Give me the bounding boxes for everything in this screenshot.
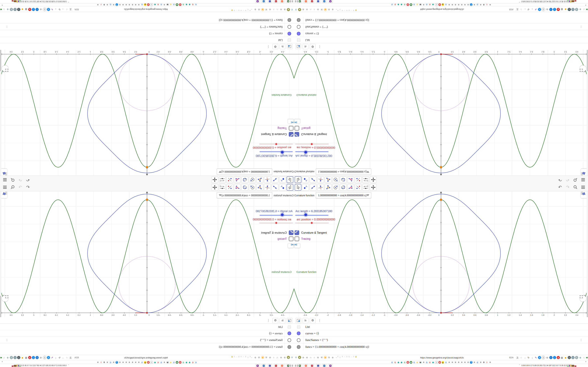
tab-favicon[interactable]: G — [173, 361, 175, 364]
tab-favicon[interactable]: ✱ — [464, 3, 466, 6]
radio-dot-icon[interactable]: ⊙ — [337, 9, 339, 11]
scrollbar-thumb[interactable] — [0, 50, 1, 71]
tab-favicon[interactable]: G — [413, 3, 415, 6]
tab-favicon[interactable]: ✱ — [460, 361, 463, 364]
perpendicular-line-tool-button[interactable] — [317, 176, 324, 183]
line-tool-button[interactable] — [272, 176, 278, 183]
collapse-icon[interactable]: − — [288, 325, 291, 328]
undo-icon[interactable]: ↶ — [26, 185, 30, 190]
visibility-marble[interactable] — [297, 332, 301, 335]
plus-icon[interactable]: + — [35, 8, 39, 11]
pen-icon[interactable]: ✎ — [51, 8, 54, 11]
tab-favicon[interactable]: G — [157, 3, 159, 6]
algebra-row-curves[interactable]: curves = {} — [294, 330, 588, 337]
algebra-row-funcNames[interactable]: funcNames = {" "} ⋮ — [294, 337, 588, 344]
tab-favicon[interactable]: ✱ — [448, 361, 450, 364]
globe-icon[interactable]: ⊕ — [305, 8, 309, 11]
diamond-icon[interactable]: ◆ — [564, 8, 567, 11]
gear-icon[interactable]: ⚙ — [272, 318, 278, 323]
download-icon[interactable]: ↓ — [531, 8, 534, 11]
curvature-function-dropdown[interactable]: 1.000000000000 + cos(4.000000000000 x) — [316, 169, 371, 175]
tab-favicon[interactable]: G — [182, 361, 185, 364]
tab-favicon[interactable]: G — [173, 3, 175, 6]
row-menu-icon[interactable]: ⋮ — [580, 339, 582, 342]
stats-caret-icon[interactable]: ⌃ — [519, 364, 520, 366]
angle-tool-button[interactable]: α — [234, 176, 241, 183]
thumb-icon[interactable]: ♘ — [2, 8, 6, 11]
radio-dot-icon[interactable]: ⊙ — [249, 9, 251, 11]
undo-icon[interactable]: ↶ — [558, 177, 562, 182]
tab-favicon[interactable]: ✱ — [448, 3, 450, 6]
tab-favicon[interactable]: G — [109, 361, 112, 364]
terminal-app-icon[interactable]: ▣ — [286, 364, 291, 367]
arc-position-slider-handle[interactable] — [276, 222, 277, 224]
menu-icon[interactable] — [581, 177, 586, 182]
stats-caret-icon[interactable]: ⌃ — [68, 1, 69, 3]
list-header-row[interactable]: − List — [0, 37, 294, 43]
purple-app-icon[interactable]: ◉ — [255, 364, 260, 367]
tab-favicon[interactable]: ✱ — [125, 3, 128, 6]
firefox-app-icon[interactable]: ● — [280, 364, 284, 367]
radio-dot-icon[interactable]: ⊙ — [245, 9, 247, 11]
tab-favicon[interactable]: ◉ — [188, 3, 191, 6]
tab-favicon[interactable]: ✱ — [457, 361, 460, 364]
settings-app-icon[interactable]: ⚙ — [274, 0, 278, 3]
tab-favicon[interactable]: ✱ — [489, 3, 491, 6]
line-tool-button[interactable] — [310, 176, 316, 183]
plus-icon[interactable]: + — [549, 8, 553, 11]
algebra-row-curves[interactable]: curves = {} — [0, 30, 294, 37]
slider-tool-button[interactable]: a = 2 — [363, 176, 369, 183]
tab-favicon[interactable]: ✱ — [97, 361, 99, 364]
tab-favicon[interactable]: G — [394, 3, 397, 6]
tab-favicon[interactable]: ✱ — [479, 361, 482, 364]
firefox-app-icon[interactable]: ● — [304, 364, 308, 367]
olive-extension-icon[interactable]: ● — [298, 356, 301, 359]
tcp-icon[interactable]: ● — [28, 8, 31, 11]
globe-icon[interactable]: ⊕ — [283, 356, 286, 359]
visibility-marble[interactable] — [297, 345, 301, 349]
tracing-checkbox[interactable] — [289, 126, 294, 131]
angle-tool-button[interactable]: α — [234, 184, 241, 191]
monitor-app-icon[interactable]: 🖵 — [316, 0, 320, 3]
step-forward-button[interactable] — [294, 243, 300, 248]
shield-d-icon[interactable]: D — [17, 8, 20, 11]
conic-tool-button[interactable] — [242, 176, 248, 183]
trash-icon[interactable]: ▤ — [560, 356, 563, 359]
olive-extension-icon[interactable]: ● — [298, 8, 301, 11]
tab-favicon[interactable]: ✱ — [422, 3, 425, 6]
diamond-icon[interactable]: ◆ — [21, 356, 24, 359]
firefox-app-icon[interactable]: ● — [280, 0, 284, 3]
tab-favicon[interactable]: Я — [147, 361, 150, 364]
move-tool-button[interactable] — [295, 176, 301, 183]
visibility-marble[interactable] — [287, 32, 291, 35]
save-64-app-icon[interactable]: 64 — [261, 0, 266, 3]
scrollbar-thumb[interactable] — [587, 50, 588, 71]
step-forward-button[interactable] — [288, 243, 294, 248]
star-icon[interactable]: ☆ — [519, 8, 523, 11]
point-tool-button[interactable]: A — [302, 184, 309, 191]
page-scrollbar[interactable] — [0, 50, 1, 176]
point-tool-button[interactable]: A — [279, 176, 286, 183]
arc-length-slider[interactable] — [259, 151, 293, 152]
stats-caret-icon[interactable]: ⌃ — [68, 364, 69, 366]
page-icon[interactable]: ▢ — [348, 356, 350, 358]
star-icon[interactable]: ☆ — [65, 356, 69, 359]
tab-favicon[interactable]: ✱ — [97, 3, 99, 6]
curvature-tangent-checkbox[interactable] — [289, 230, 294, 235]
padlock-icon[interactable]: 🔓 — [355, 356, 357, 358]
translate-icon[interactable]: 文 — [69, 356, 72, 359]
curvature-function-dropdown[interactable]: 1.000000000000 + cos(4.000000000000 x) — [217, 169, 272, 175]
fullscreen-button[interactable] — [580, 295, 586, 302]
tab-favicon[interactable]: ✱ — [454, 361, 457, 364]
tab-favicon[interactable]: ✱ — [460, 3, 463, 6]
counter-icon[interactable]: 0 — [43, 356, 46, 359]
translate-icon[interactable]: 文 — [516, 356, 519, 359]
tab-favicon[interactable]: G — [109, 3, 112, 6]
flower-gear-icon[interactable]: ✿ — [39, 8, 42, 11]
tab-favicon[interactable]: ✱ — [122, 3, 124, 6]
shield-icon[interactable]: ⬠ — [353, 356, 355, 358]
tab-favicon[interactable]: ✱ — [134, 361, 137, 364]
padlock-icon[interactable]: 🔓 — [355, 9, 357, 11]
tab-favicon[interactable]: ✱ — [106, 3, 109, 6]
down-circle-icon[interactable]: ↓ — [32, 8, 35, 11]
